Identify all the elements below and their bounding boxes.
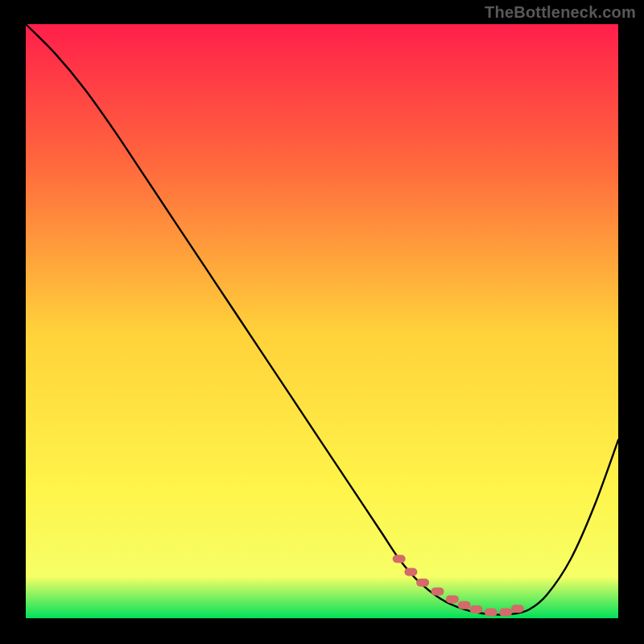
chart-stage: TheBottleneck.com — [0, 0, 644, 644]
optimal-marker — [469, 605, 482, 613]
bottleneck-chart — [0, 0, 644, 644]
optimal-marker — [485, 609, 497, 617]
optimal-marker — [458, 601, 471, 609]
optimal-marker — [416, 579, 429, 587]
optimal-marker — [393, 555, 406, 563]
optimal-marker — [431, 588, 444, 596]
plot-area — [26, 24, 618, 618]
optimal-marker — [511, 605, 524, 613]
watermark-text: TheBottleneck.com — [485, 3, 636, 22]
optimal-marker — [499, 609, 512, 617]
optimal-marker — [404, 568, 417, 576]
optimal-marker — [446, 595, 459, 603]
